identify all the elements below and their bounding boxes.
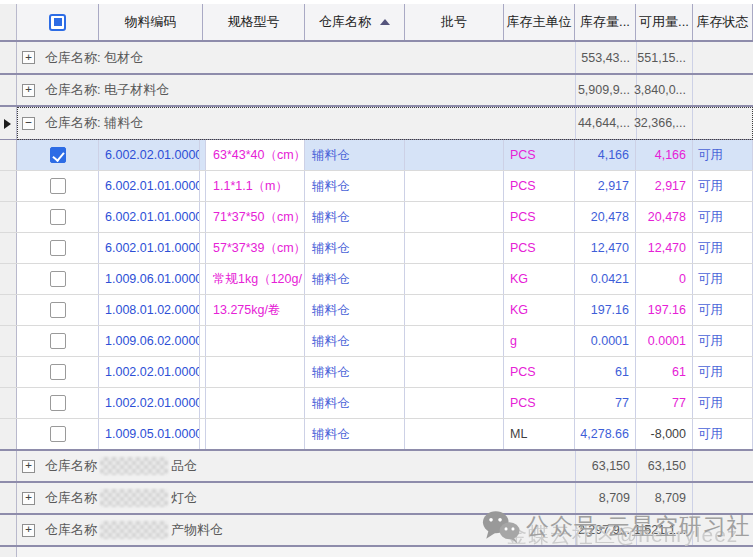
row-select-cell[interactable]	[17, 171, 99, 201]
row-select-cell[interactable]	[17, 140, 99, 170]
row-checkbox[interactable]	[50, 147, 66, 163]
column-header-spec-model[interactable]: 规格型号	[203, 4, 305, 40]
row-checkbox[interactable]	[50, 395, 66, 411]
collapse-icon[interactable]: −	[22, 117, 35, 130]
expand-icon[interactable]: +	[22, 51, 35, 64]
batch-cell	[405, 326, 504, 356]
spec-model-cell: 1.1*1.1（m）	[206, 171, 305, 201]
expand-icon[interactable]: +	[22, 460, 35, 473]
table-row[interactable]: 6.002.01.01.0000 71*37*50（cm） 辅料仓 PCS 20…	[0, 202, 753, 233]
stock-status-cell: 可用	[693, 326, 753, 356]
stock-qty-cell: 4,278.66	[575, 419, 636, 449]
row-indicator-column-header	[0, 4, 17, 40]
row-select-cell[interactable]	[17, 388, 99, 418]
table-row[interactable]: 1.002.02.01.0000 辅料仓 PCS 61 61 可用	[0, 357, 753, 388]
stock-qty-cell: 197.16	[575, 295, 636, 325]
row-select-cell[interactable]	[17, 419, 99, 449]
stock-status-cell: 可用	[693, 419, 753, 449]
row-checkbox[interactable]	[50, 426, 66, 442]
row-checkbox[interactable]	[50, 271, 66, 287]
expand-icon[interactable]: +	[22, 524, 35, 537]
unit-cell: PCS	[504, 140, 575, 170]
warehouse-cell: 辅料仓	[305, 295, 405, 325]
column-header-stock-status[interactable]: 库存状态	[693, 4, 753, 40]
expand-icon[interactable]: +	[22, 492, 35, 505]
table-row[interactable]: 1.009.05.01.0000 辅料仓 ML 4,278.66 -8,000 …	[0, 419, 753, 451]
stock-qty-cell: 77	[575, 388, 636, 418]
spec-model-cell	[206, 388, 305, 418]
group-row-baocai[interactable]: + 仓库名称: 包材仓 553,43... 551,15...	[0, 42, 753, 75]
row-indicator-cell	[0, 388, 17, 418]
row-checkbox[interactable]	[50, 240, 66, 256]
stock-status-cell: 可用	[693, 233, 753, 263]
group-label: 仓库名称: 包材仓	[45, 49, 143, 67]
table-row[interactable]: 1.009.06.01.0000 常规1kg（120g/ 辅料仓 KG 0.04…	[0, 264, 753, 295]
table-row[interactable]: 6.002.01.01.0000 1.1*1.1（m） 辅料仓 PCS 2,91…	[0, 171, 753, 202]
row-checkbox[interactable]	[50, 302, 66, 318]
row-indicator-cell	[0, 140, 17, 170]
available-qty-cell: 77	[636, 388, 693, 418]
available-qty-cell: 2,917	[636, 171, 693, 201]
row-select-cell[interactable]	[17, 264, 99, 294]
column-label: 批号	[441, 13, 467, 31]
row-indicator-cell	[0, 515, 17, 545]
stock-qty-cell: 0.0001	[575, 326, 636, 356]
row-select-cell[interactable]	[17, 202, 99, 232]
row-select-cell[interactable]	[17, 326, 99, 356]
group-label: 仓库名称品仓	[45, 457, 197, 475]
spec-model-cell: 71*37*50（cm）	[206, 202, 305, 232]
group-stock-qty: 553,43...	[575, 42, 636, 73]
batch-cell	[405, 419, 504, 449]
warehouse-cell: 辅料仓	[305, 388, 405, 418]
spec-model-cell	[206, 419, 305, 449]
select-all-checkbox[interactable]	[49, 14, 66, 31]
warehouse-cell: 辅料仓	[305, 326, 405, 356]
available-qty-cell: 20,478	[636, 202, 693, 232]
material-code-cell: 1.008.01.02.0000	[99, 295, 200, 325]
row-indicator-cell	[0, 419, 17, 449]
warehouse-cell: 辅料仓	[305, 264, 405, 294]
row-checkbox[interactable]	[50, 333, 66, 349]
unit-cell: PCS	[504, 388, 575, 418]
group-row-chengpin[interactable]: + 仓库名称品仓 63,150 63,150	[0, 451, 753, 483]
warehouse-cell: 辅料仓	[305, 357, 405, 387]
material-code-cell: 1.002.02.01.0000	[99, 388, 200, 418]
material-code-cell: 6.002.02.01.0000	[99, 140, 200, 170]
unit-cell: ML	[504, 419, 575, 449]
expand-icon[interactable]: +	[22, 84, 35, 97]
group-row-fuliao[interactable]: − 仓库名称: 辅料仓 44,644,... 32,366,...	[0, 107, 753, 140]
row-checkbox[interactable]	[50, 364, 66, 380]
column-header-batch-no[interactable]: 批号	[405, 4, 504, 40]
stock-status-cell: 可用	[693, 295, 753, 325]
column-header-stock-unit[interactable]: 库存主单位	[504, 4, 575, 40]
group-row-dianzicailiao[interactable]: + 仓库名称: 电子材料仓 5,909,9... 3,840,0...	[0, 75, 753, 107]
select-all-header-cell[interactable]	[17, 4, 99, 40]
grid-header-row: 物料编码 规格型号 仓库名称 批号 库存主单位 库存量... 可用量... 库存…	[0, 4, 753, 42]
table-row[interactable]: 6.002.02.01.0000 63*43*40（cm） 辅料仓 PCS 4,…	[0, 140, 753, 171]
row-checkbox[interactable]	[50, 178, 66, 194]
stock-qty-cell: 4,166	[575, 140, 636, 170]
group-stock-qty: 5,909,9...	[575, 75, 636, 105]
table-row[interactable]: 1.008.01.02.0000 13.275kg/卷 辅料仓 KG 197.1…	[0, 295, 753, 326]
group-available-qty: 551,15...	[636, 42, 693, 73]
row-select-cell[interactable]	[17, 357, 99, 387]
table-row[interactable]: 1.009.06.02.0000 辅料仓 g 0.0001 0.0001 可用	[0, 326, 753, 357]
row-indicator-cell	[0, 326, 17, 356]
batch-cell	[405, 264, 504, 294]
column-header-stock-qty[interactable]: 库存量...	[575, 4, 636, 40]
unit-cell: PCS	[504, 202, 575, 232]
row-select-cell[interactable]	[17, 233, 99, 263]
unit-cell: g	[504, 326, 575, 356]
table-row[interactable]: 6.002.01.01.0000 57*37*39（cm）/ 辅料仓 PCS 1…	[0, 233, 753, 264]
spec-model-cell: 63*43*40（cm）	[206, 140, 305, 170]
column-header-material-code[interactable]: 物料编码	[99, 4, 203, 40]
column-header-available-qty[interactable]: 可用量...	[636, 4, 693, 40]
row-indicator-cell	[0, 483, 17, 513]
row-checkbox[interactable]	[50, 209, 66, 225]
batch-cell	[405, 140, 504, 170]
row-select-cell[interactable]	[17, 295, 99, 325]
group-available-qty: 32,366,...	[636, 107, 693, 139]
row-indicator-cell	[0, 264, 17, 294]
table-row[interactable]: 1.002.02.01.0000 辅料仓 PCS 77 77 可用	[0, 388, 753, 419]
column-header-warehouse-name[interactable]: 仓库名称	[305, 4, 405, 40]
